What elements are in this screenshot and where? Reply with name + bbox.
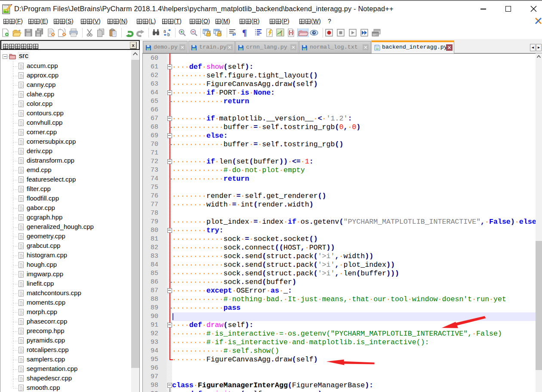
svg-text:¶: ¶: [242, 28, 247, 37]
svg-text:b: b: [167, 32, 170, 37]
svg-text:a: a: [163, 29, 166, 34]
